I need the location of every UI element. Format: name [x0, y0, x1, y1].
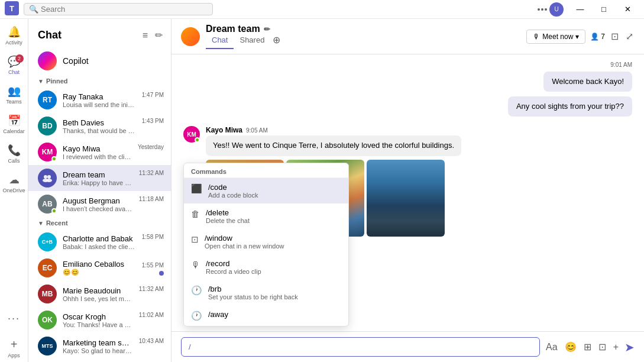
compose-button[interactable]: ✏: [154, 28, 164, 42]
list-item[interactable]: OK Oscar Krogh You: Thanks! Have a nice …: [28, 307, 171, 333]
command-item-delete[interactable]: 🗑 /delete Delete the chat: [184, 203, 348, 229]
minimize-button[interactable]: —: [568, 0, 592, 19]
code-icon: ⬛: [191, 183, 202, 194]
brb-icon: 🕐: [191, 285, 202, 296]
chat-time: 1:47 PM: [142, 92, 164, 98]
avatar: MB: [38, 285, 57, 303]
chat-preview: Erika: Happy to have you back...: [63, 179, 133, 186]
chat-preview: Ohhh I see, yes let me fix that!: [63, 295, 133, 302]
message-input[interactable]: [181, 337, 540, 357]
user-avatar[interactable]: U: [549, 2, 564, 17]
recent-chevron: ▼: [38, 220, 44, 227]
nav-item-calendar[interactable]: 📅 Calendar: [2, 110, 26, 138]
search-input[interactable]: [41, 5, 200, 14]
participants-count: 7: [601, 33, 605, 41]
chat-preview: I haven't checked available tim...: [63, 205, 133, 212]
nav-bar: 🔔 Activity 💬 Chat 2 👥 Teams 📅 Calendar 📞…: [0, 19, 28, 362]
participants-button[interactable]: 👤 7: [590, 33, 605, 41]
message-meta: Kayo Miwa 9:05 AM: [206, 126, 461, 134]
list-item[interactable]: MTS Marketing team sync Kayo: So glad to…: [28, 333, 171, 359]
command-desc: Add a code block: [208, 192, 258, 199]
search-bar[interactable]: 🔍: [24, 3, 213, 15]
avatar: [38, 169, 57, 188]
svg-text:T: T: [9, 4, 14, 13]
chat-header-name: Dream team ✏: [206, 24, 280, 34]
titlebar: T 🔍 U — □ ✕: [0, 0, 644, 19]
chat-time: 1:58 PM: [142, 234, 164, 240]
message-bubble-own: Welcome back Kayo!: [543, 72, 632, 92]
nav-item-onedrive[interactable]: ☁ OneDrive: [2, 169, 26, 198]
command-text: /record Record a video clip: [206, 259, 261, 275]
copilot-item[interactable]: Copilot: [28, 47, 171, 75]
copilot-avatar: [38, 51, 57, 70]
list-item[interactable]: Dream team Erika: Happy to have you back…: [28, 165, 171, 191]
message-sender: Kayo Miwa: [206, 126, 242, 134]
tab-chat[interactable]: Chat: [206, 34, 234, 49]
list-item[interactable]: AB August Bergman I haven't checked avai…: [28, 191, 171, 217]
list-item[interactable]: BD Beth Davies Thanks, that would be nic…: [28, 113, 171, 139]
command-name: /record: [206, 259, 261, 268]
list-item[interactable]: KM Kayo Miwa I reviewed with the client …: [28, 139, 171, 165]
recent-label: Recent: [46, 219, 68, 227]
commands-dropdown: Commands ⬛ /code Add a code block 🗑 /del…: [183, 163, 349, 327]
section-recent[interactable]: ▼ Recent: [28, 217, 171, 229]
list-item[interactable]: C+B Charlotte and Babak Babak: I asked t…: [28, 229, 171, 255]
screen-share-button[interactable]: ⊡: [610, 30, 620, 43]
nav-item-activity[interactable]: 🔔 Activity: [2, 21, 26, 50]
close-button[interactable]: ✕: [616, 0, 639, 19]
maximize-button[interactable]: □: [592, 0, 616, 19]
command-item-window[interactable]: ⊡ /window Open chat in a new window: [184, 229, 348, 254]
group-avatar: [181, 27, 200, 46]
sticker-button[interactable]: ⊡: [597, 340, 607, 354]
meet-now-button[interactable]: 🎙 Meet now ▾: [526, 30, 585, 44]
command-item-brb[interactable]: 🕐 /brb Set your status to be right back: [184, 280, 348, 305]
app-body: 🔔 Activity 💬 Chat 2 👥 Teams 📅 Calendar 📞…: [0, 19, 644, 362]
avatar: OK: [38, 311, 57, 329]
group-name: Dream team: [206, 24, 260, 34]
list-item[interactable]: KL Kian Lambert Have you run this by Bet…: [28, 359, 171, 362]
tab-shared[interactable]: Shared: [234, 34, 270, 49]
format-text-button[interactable]: Aa: [545, 341, 559, 354]
command-name: /away: [208, 310, 228, 319]
edit-icon[interactable]: ✏: [264, 25, 270, 34]
list-item[interactable]: RT Ray Tanaka Louisa will send the initi…: [28, 87, 171, 113]
command-desc: Delete the chat: [206, 217, 250, 224]
chat-tabs: Chat Shared ⊕: [206, 34, 280, 49]
nav-item-chat[interactable]: 💬 Chat 2: [2, 51, 26, 79]
chat-name: Emiliano Ceballos: [63, 260, 136, 269]
command-item-code[interactable]: ⬛ /code Add a code block: [184, 178, 348, 203]
add-tab-button[interactable]: ⊕: [273, 34, 280, 49]
send-button[interactable]: ➤: [624, 340, 635, 354]
nav-label-teams: Teams: [6, 99, 22, 105]
chat-preview: You: Thanks! Have a nice day, I...: [63, 321, 133, 328]
gif-button[interactable]: ⊞: [582, 340, 593, 354]
chat-time: 1:55 PM: [142, 262, 164, 269]
nav-item-teams[interactable]: 👥 Teams: [2, 80, 26, 109]
command-item-record[interactable]: 🎙 /record Record a video clip: [184, 254, 348, 280]
chat-time: 11:18 AM: [139, 196, 164, 202]
chat-time: 10:43 AM: [139, 338, 164, 344]
attach-button[interactable]: +: [612, 341, 620, 354]
list-item[interactable]: EC Emiliano Ceballos 😊😊 1:55 PM: [28, 255, 171, 281]
chat-preview: I reviewed with the client on Th...: [63, 153, 132, 160]
expand-button[interactable]: ⤢: [624, 30, 635, 43]
emoji-button[interactable]: 😊: [564, 340, 578, 354]
chat-name: Oscar Krogh: [63, 312, 133, 321]
calendar-icon: 📅: [8, 114, 21, 127]
message-timestamp: 9:05 AM: [246, 127, 268, 134]
command-item-away[interactable]: 🕐 /away: [184, 305, 348, 326]
unread-indicator: [159, 271, 164, 276]
nav-label-apps: Apps: [8, 353, 20, 358]
list-item[interactable]: MB Marie Beaudouin Ohhh I see, yes let m…: [28, 281, 171, 307]
nav-item-calls[interactable]: 📞 Calls: [2, 140, 26, 168]
filter-button[interactable]: ≡: [141, 28, 149, 42]
command-text: /delete Delete the chat: [206, 208, 250, 224]
chat-preview: Kayo: So glad to hear that the r...: [63, 347, 133, 354]
command-desc: Open chat in a new window: [205, 243, 284, 250]
chat-info: Marketing team sync Kayo: So glad to hea…: [63, 338, 133, 354]
avatar: MTS: [38, 337, 57, 355]
nav-item-apps[interactable]: + Apps: [2, 334, 26, 362]
chat-list-title: Chat: [38, 29, 62, 41]
section-pinned[interactable]: ▼ Pinned: [28, 75, 171, 87]
nav-item-more[interactable]: ···: [2, 304, 26, 332]
